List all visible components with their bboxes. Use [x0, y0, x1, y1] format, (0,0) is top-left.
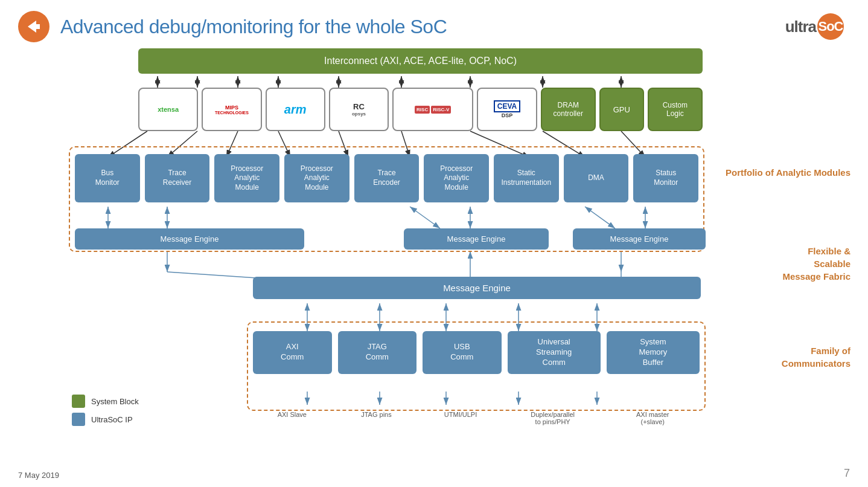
- module-dma: DMA: [564, 154, 629, 202]
- message-engine-1: Message Engine: [75, 228, 304, 250]
- svg-marker-0: [28, 21, 40, 33]
- comm-usb: USBComm: [423, 331, 502, 374]
- module-trace-encoder: TraceEncoder: [354, 154, 420, 202]
- legend-ultrasoc-label: UltraSoC IP: [91, 415, 133, 424]
- main-message-engine: Message Engine: [253, 277, 701, 299]
- legend-system-block-label: System Block: [91, 397, 139, 406]
- interconnect-label: Interconnect (AXI, ACE, ACE-lite, OCP, N…: [324, 56, 517, 66]
- message-engine-3: Message Engine: [573, 228, 706, 250]
- legend-swatch-blue: [72, 413, 85, 426]
- legend-swatch-green: [72, 395, 85, 408]
- header-left: Advanced debug/monitoring for the whole …: [18, 11, 447, 42]
- legend-system-block: System Block: [72, 395, 139, 408]
- pin-jtag: JTAG pins: [337, 411, 416, 425]
- pin-usb: UTMI/ULPI: [421, 411, 500, 425]
- pin-axi: AXI Slave: [253, 411, 331, 425]
- page-title: Advanced debug/monitoring for the whole …: [60, 16, 447, 38]
- ip-box-arm: arm: [266, 88, 325, 131]
- module-bus-monitor: BusMonitor: [75, 154, 140, 202]
- ultrasoc-logo: ultra SoC: [785, 13, 844, 40]
- ip-box-gpu: GPU: [599, 88, 644, 131]
- communicators-row: AXIComm JTAGComm USBComm UniversalStream…: [253, 331, 700, 374]
- ip-box-mips: MIPS TECHNOLOGIES: [202, 88, 261, 131]
- analytic-modules-row: BusMonitor TraceReceiver ProcessorAnalyt…: [75, 154, 698, 202]
- ip-box-riscv: RISC RISC-V: [392, 88, 473, 131]
- comm-universal: UniversalStreamingComm: [508, 331, 601, 374]
- module-pam-1: ProcessorAnalyticModule: [214, 154, 279, 202]
- legend: System Block UltraSoC IP: [72, 395, 139, 426]
- pin-universal: Duplex/parallelto pins/PHY: [506, 411, 600, 425]
- comm-memory-buffer: SystemMemoryBuffer: [607, 331, 700, 374]
- module-static-instrumentation: StaticInstrumentation: [494, 154, 559, 202]
- module-status-monitor: StatusMonitor: [633, 154, 698, 202]
- ip-box-ceva: CEVA DSP: [477, 88, 537, 131]
- module-pam-3: ProcessorAnalyticModule: [424, 154, 489, 202]
- legend-ultrasoc-ip: UltraSoC IP: [72, 413, 139, 426]
- ip-box-dram: DRAMcontroller: [541, 88, 596, 131]
- header: Advanced debug/monitoring for the whole …: [0, 0, 868, 48]
- ip-box-rc: RC opsys: [329, 88, 389, 131]
- ip-box-custom: CustomLogic: [648, 88, 703, 131]
- footer-date: 7 May 2019: [18, 471, 59, 480]
- diagram: Interconnect (AXI, ACE, ACE-lite, OCP, N…: [18, 48, 850, 459]
- module-trace-receiver: TraceReceiver: [145, 154, 210, 202]
- comm-jtag: JTAGComm: [338, 331, 417, 374]
- interconnect-bar: Interconnect (AXI, ACE, ACE-lite, OCP, N…: [138, 48, 703, 74]
- pin-labels-row: AXI Slave JTAG pins UTMI/ULPI Duplex/par…: [253, 411, 700, 425]
- side-label-analytic: Portfolio of Analytic Modules: [718, 166, 850, 179]
- ip-blocks-row: xtensa MIPS TECHNOLOGIES arm RC opsys RI…: [138, 88, 703, 131]
- module-pam-2: ProcessorAnalyticModule: [284, 154, 349, 202]
- logo-text: ultra: [785, 18, 816, 36]
- pin-memory: AXI master(+slave): [605, 411, 700, 425]
- footer-page: 7: [844, 467, 850, 480]
- message-engine-2: Message Engine: [404, 228, 549, 250]
- ip-box-xtensa: xtensa: [138, 88, 198, 131]
- logo-badge: SoC: [817, 13, 844, 40]
- side-label-comm: Family ofCommunicators: [718, 344, 850, 370]
- comm-axi: AXIComm: [253, 331, 332, 374]
- arrow-icon: [18, 11, 49, 42]
- side-label-fabric: Flexible &ScalableMessage Fabric: [718, 245, 850, 283]
